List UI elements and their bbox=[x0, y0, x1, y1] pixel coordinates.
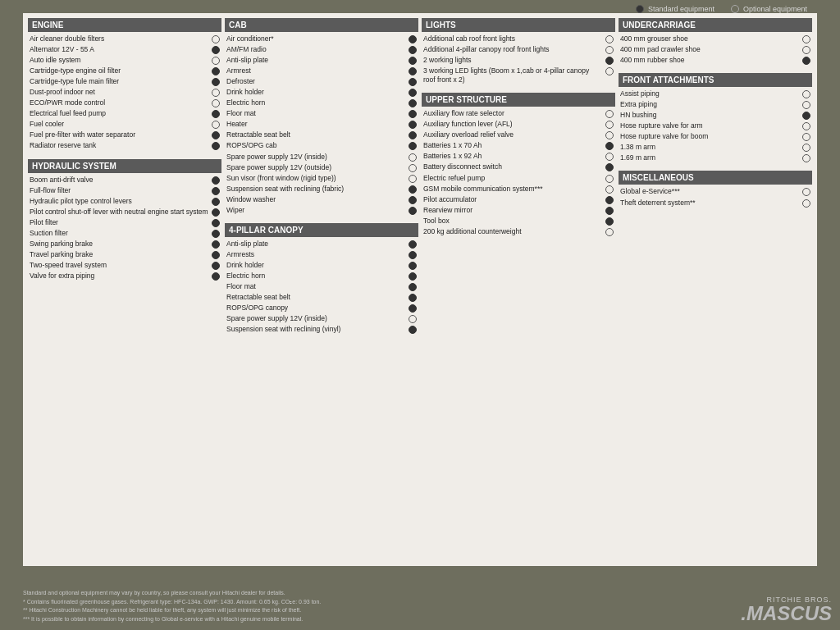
item-indicator bbox=[605, 142, 614, 150]
item-indicator bbox=[409, 142, 417, 150]
item-row: 1.38 m arm bbox=[619, 142, 812, 153]
footer-note: * Contains fluorinated greenhouse gases.… bbox=[23, 598, 742, 607]
item-row: Radiator reserve tank bbox=[28, 140, 221, 151]
item-row: Travel parking brake bbox=[28, 249, 221, 260]
item-indicator bbox=[409, 196, 417, 204]
item-indicator bbox=[409, 110, 417, 118]
item-indicator bbox=[212, 78, 220, 86]
item-row: ROPS/OPG cab bbox=[225, 140, 418, 151]
item-indicator bbox=[409, 67, 417, 75]
item-indicator bbox=[212, 187, 220, 195]
item-row: Tool box bbox=[422, 216, 615, 226]
column-2: CABAir conditioner*AM/FM radioAnti-slip … bbox=[225, 18, 418, 561]
item-text: Anti-slip plate bbox=[226, 56, 409, 65]
item-text: ROPS/OPG canopy bbox=[226, 304, 409, 313]
item-indicator bbox=[409, 326, 417, 334]
item-row: Pilot accumulator bbox=[422, 194, 615, 205]
item-text: 200 kg additional counterweight bbox=[423, 227, 605, 236]
item-row: Pilot filter bbox=[28, 217, 221, 228]
item-row: Cartridge-type engine oil filter bbox=[28, 66, 221, 76]
item-indicator bbox=[802, 122, 810, 130]
item-indicator bbox=[212, 46, 220, 54]
item-row: ECO/PWR mode control bbox=[28, 98, 221, 108]
item-indicator bbox=[212, 99, 220, 107]
footer-note: *** It is possible to obtain information… bbox=[23, 615, 742, 624]
item-indicator bbox=[409, 35, 417, 43]
item-indicator bbox=[802, 133, 810, 141]
item-text: Fuel cooler bbox=[30, 120, 212, 129]
item-text: Air conditioner* bbox=[226, 34, 409, 43]
section-header-undercarriage: UNDERCARRIAGE bbox=[619, 18, 812, 32]
item-row: Auxiliary function lever (AFL) bbox=[422, 119, 615, 130]
item-row: Anti-slip plate bbox=[225, 239, 418, 249]
item-row: Fuel cooler bbox=[28, 119, 221, 130]
footer-notes: Standard and optional equipment may vary… bbox=[23, 589, 742, 623]
item-text: Retractable seat belt bbox=[226, 293, 409, 302]
item-indicator bbox=[409, 207, 417, 215]
item-indicator bbox=[409, 240, 417, 249]
item-row: Swing parking brake bbox=[28, 239, 221, 249]
item-text: Batteries 1 x 70 Ah bbox=[423, 141, 605, 150]
item-row: HN bushing bbox=[619, 110, 812, 121]
item-text: Additional 4-pillar canopy roof front li… bbox=[423, 45, 605, 54]
item-indicator bbox=[212, 67, 220, 75]
item-indicator bbox=[212, 230, 220, 238]
item-text: Assist piping bbox=[620, 89, 802, 98]
item-indicator bbox=[409, 272, 417, 281]
item-text: Auto idle system bbox=[30, 56, 212, 65]
item-row: Electric horn bbox=[225, 98, 418, 108]
item-text: Armrests bbox=[226, 250, 409, 259]
item-row: Batteries 1 x 70 Ah bbox=[422, 140, 615, 151]
item-row: AM/FM radio bbox=[225, 44, 418, 55]
item-indicator bbox=[409, 175, 417, 183]
item-indicator bbox=[605, 207, 614, 215]
watermark-bottom: .MASCUS bbox=[741, 604, 832, 623]
legend-optional: Optional equipment bbox=[731, 5, 807, 13]
item-text: ECO/PWR mode control bbox=[30, 98, 212, 107]
item-indicator bbox=[409, 89, 417, 97]
item-indicator bbox=[212, 272, 220, 281]
section-header-lights: LIGHTS bbox=[422, 18, 615, 32]
item-row: Armrests bbox=[225, 249, 418, 260]
item-row: Theft deterrent system** bbox=[619, 198, 812, 208]
item-row: Spare power supply 12V (inside) bbox=[225, 313, 418, 324]
item-text: Dust-proof indoor net bbox=[30, 88, 212, 97]
item-text: Hydraulic pilot type control levers bbox=[30, 197, 212, 206]
item-row: Hose rupture valve for boom bbox=[619, 131, 812, 142]
section-lights: LIGHTSAdditional cab roof front lightsAd… bbox=[422, 18, 615, 85]
item-indicator bbox=[605, 131, 614, 139]
item-indicator bbox=[605, 153, 614, 161]
item-row: 400 mm pad crawler shoe bbox=[619, 44, 812, 55]
item-row: Floor mat bbox=[225, 108, 418, 119]
item-row: Suspension seat with reclining (fabric) bbox=[225, 184, 418, 194]
item-text: GSM mobile communication system*** bbox=[423, 185, 605, 194]
item-text: HN bushing bbox=[620, 111, 802, 120]
section-engine: ENGINEAir cleaner double filtersAlternat… bbox=[28, 18, 221, 152]
item-text: Batteries 1 x 92 Ah bbox=[423, 152, 605, 161]
item-row: Auxiliary flow rate selector bbox=[422, 108, 615, 119]
item-row: Electrical fuel feed pump bbox=[28, 108, 221, 119]
item-text: Cartridge-type fule main filter bbox=[30, 77, 212, 86]
item-row: Valve for extra piping bbox=[28, 271, 221, 281]
item-row: 3 working LED lights (Boom x 1,cab or 4-… bbox=[422, 66, 615, 85]
item-text: Spare power supply 12V (outside) bbox=[226, 163, 409, 172]
item-indicator bbox=[802, 90, 810, 98]
item-text: 3 working LED lights (Boom x 1,cab or 4-… bbox=[423, 66, 605, 84]
item-row: Batteries 1 x 92 Ah bbox=[422, 151, 615, 162]
column-1: ENGINEAir cleaner double filtersAlternat… bbox=[28, 18, 221, 561]
item-row: Armrest bbox=[225, 66, 418, 76]
item-row: Hydraulic pilot type control levers bbox=[28, 196, 221, 207]
item-text: Global e-Service*** bbox=[620, 187, 802, 196]
item-indicator bbox=[212, 240, 220, 249]
legend-standard: Standard equipment bbox=[636, 5, 714, 13]
item-indicator bbox=[802, 112, 810, 120]
item-row: Auto idle system bbox=[28, 55, 221, 66]
item-row: Rearview mirror bbox=[422, 205, 615, 216]
item-row: Boom anti-drift valve bbox=[28, 175, 221, 185]
section-upper-structure: UPPER STRUCTUREAuxiliary flow rate selec… bbox=[422, 93, 615, 237]
item-row: Hose rupture valve for arm bbox=[619, 121, 812, 131]
item-text: 2 working lights bbox=[423, 56, 605, 65]
item-row: GSM mobile communication system*** bbox=[422, 184, 615, 194]
item-row: Wiper bbox=[225, 205, 418, 216]
item-text: Anti-slip plate bbox=[226, 240, 409, 249]
